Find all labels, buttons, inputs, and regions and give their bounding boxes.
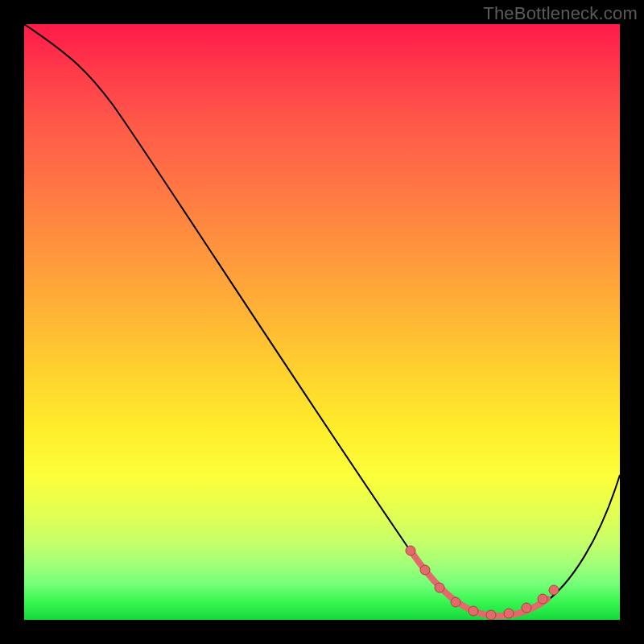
chart-frame: TheBottleneck.com — [0, 0, 644, 644]
svg-point-1 — [420, 565, 430, 575]
plot-area — [24, 24, 620, 620]
curve-svg — [24, 24, 620, 620]
bottleneck-curve-line — [24, 24, 620, 617]
svg-point-9 — [549, 585, 559, 595]
watermark-text: TheBottleneck.com — [483, 3, 638, 24]
svg-point-7 — [522, 603, 531, 613]
svg-point-0 — [406, 546, 415, 555]
optimal-range-beads — [406, 546, 559, 620]
svg-point-4 — [469, 606, 478, 616]
svg-point-8 — [538, 594, 547, 604]
svg-point-5 — [486, 610, 496, 620]
svg-point-3 — [451, 597, 460, 607]
svg-point-6 — [504, 609, 514, 618]
svg-point-2 — [435, 583, 444, 592]
